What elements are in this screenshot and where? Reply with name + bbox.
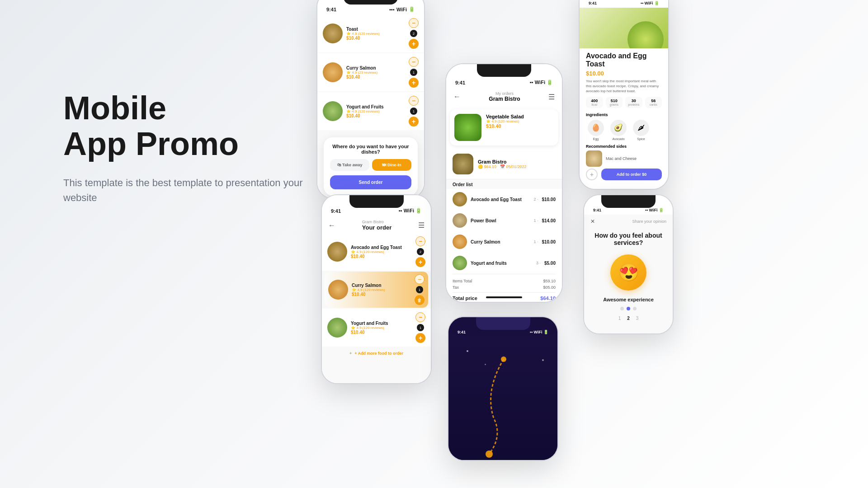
phone-item-detail: 9:41 ▪▪ WiFi 🔋 Avocado and Egg Toast $10… [579,0,669,190]
restaurant-title: Gram Bistro [489,96,520,102]
decrease-qty-button[interactable]: − [409,96,419,106]
restaurant-name: Gram Bistro [478,159,527,164]
food-item-toast: Toast ⭐ 4.9 (120 reviews) $10.40 − 2 + [317,14,424,52]
increase-button[interactable]: + [415,333,425,343]
phone-my-orders: 9:41 ▪▪ WiFi 🔋 ← My orders Gram Bistro ☰… [445,63,563,303]
food-item-curry: Curry Salmon ⭐ 4.9 (23 reviews) $10.40 −… [317,53,424,91]
restaurant-meta: 🟡 $64.10 📅 05/01/2022 [478,164,527,169]
menu-icon[interactable]: ☰ [548,93,555,101]
decrease-qty-button[interactable]: − [409,57,419,67]
nutrition-carbs: 56 carbs [645,97,662,108]
food-rating: ⭐ 4.9 (120 reviews) [352,288,411,292]
add-more-icon: + [349,351,352,356]
emoji-face: 😍 [610,254,646,291]
recommended-label: Recommended sides [580,142,668,150]
recommended-item-image [586,150,602,167]
food-rating: ⭐ 4.9 (23 reviews) [346,70,405,75]
dinein-option[interactable]: 🍽 Dine-In [372,159,411,171]
menu-icon[interactable]: ☰ [418,221,425,230]
ingredient-spice-icon: 🌶 [633,120,649,136]
decrease-qty-button[interactable]: − [409,18,419,28]
food-image-curry [323,62,343,82]
nutrition-grams: 510 grams [606,97,623,108]
page-3: 3 [636,316,639,321]
send-order-button[interactable]: Send order [330,175,411,189]
tax-label: Tax [453,285,459,290]
food-price: $10.40 [351,330,412,335]
hero-panel: Mobile App Promo This template is the be… [63,90,312,205]
ingredients-row: 🥚 Egg 🥑 Avocado 🌶 Spice [586,120,662,141]
food-item-yogurt: Yogurt and Fruits ⭐ 4.9 (120 reviews) $1… [317,92,424,130]
grams-value: 510 [607,99,622,103]
delete-button[interactable]: 🗑 [415,295,425,305]
quantity: 1 [417,324,424,331]
item-description: You won't skip the most important meal w… [580,79,668,94]
takeaway-option[interactable]: 🛍 Take away [330,159,369,171]
tax-value: $05.00 [543,285,556,290]
page-numbers: 1 2 3 [584,313,673,324]
page-2: 2 [627,316,630,321]
page-1: 1 [618,316,621,321]
order-price: $10.00 [542,197,556,202]
add-more-food[interactable]: + + Add more food to order [322,347,431,359]
food-price: $10.40 [346,36,405,41]
quantity-badge: 1 [410,69,417,76]
salad-card: Vegetable Salad ⭐ 4.9 (120 reviews) $10.… [450,109,558,145]
svg-point-0 [501,357,506,362]
home-indicator [486,296,522,298]
nutrition-kcal: 400 kcal [586,97,603,108]
items-total-row: Items Total $59.10 [453,278,556,284]
total-value: $64.10 [540,296,556,301]
decrease-button[interactable]: − [415,312,425,322]
order-item-avocado: Avocado and Egg Toast ⭐ 4.9 (120 reviews… [322,233,431,271]
quantity-decrease-button[interactable]: + [586,169,598,180]
order-list-header: Order list [446,179,562,189]
salad-price: $10.40 [486,123,554,129]
total-label: Total price [453,296,477,301]
dot-1 [620,307,624,310]
order-qty: 2 · [533,197,538,202]
order-icon [453,256,467,270]
order-options: 🛍 Take away 🍽 Dine-In [330,159,411,171]
food-name: Curry Salmon [352,283,411,288]
order-item-name: Avocado and Egg Toast [471,197,530,202]
dot-3 [633,307,637,310]
close-button[interactable]: ✕ [590,218,595,225]
food-name: Toast [346,27,405,32]
nutrition-proteins: 30 proteins [625,97,642,108]
order-item-name: Curry Salmon [471,239,530,244]
order-price: $10.00 [542,239,556,244]
kcal-label: kcal [587,103,602,106]
increase-qty-button[interactable]: + [409,78,419,88]
food-image [328,280,348,300]
increase-button[interactable]: + [415,257,425,267]
restaurant-image [453,154,473,174]
order-icon [453,213,467,228]
back-button[interactable]: ← [453,93,461,101]
review-header: ✕ Share your opinion [584,215,673,228]
awesome-text: Awesome experience [584,295,673,304]
my-orders-nav: ← My orders Gram Bistro ☰ [446,88,562,106]
quantity: 2 [417,248,424,255]
food-rating: ⭐ 4.9 (120 reviews) [351,326,412,330]
add-to-order-button[interactable]: Add to order $0 [601,169,662,180]
ingredients-section: Ingredients 🥚 Egg 🥑 Avocado 🌶 Spice [580,111,668,142]
grams-label: grams [607,103,622,106]
decrease-button[interactable]: − [415,236,425,246]
decrease-button[interactable]: − [415,274,425,284]
recommended-item-name: Mac and Cheese [606,156,637,161]
proteins-label: proteins [626,103,642,106]
hero-subtitle: This template is the best template to pr… [63,175,312,205]
phone-review: 9:41 ▪▪ WiFi 🔋 ✕ Share your opinion How … [583,194,674,334]
food-image-yogurt [323,101,343,121]
increase-qty-button[interactable]: + [409,117,419,127]
phone-your-order: 9:41 ▪▪ WiFi 🔋 ← Gram Bistro Your order … [321,194,432,384]
hero-title: Mobile App Promo [63,90,312,162]
items-total-value: $59.10 [543,279,556,283]
restaurant-card: Gram Bistro 🟡 $64.10 📅 05/01/2022 [446,149,562,179]
back-button[interactable]: ← [328,221,335,230]
food-name: Curry Salmon [346,66,405,70]
my-orders-label: My orders [489,91,520,96]
increase-qty-button[interactable]: + [409,39,419,49]
your-order-title: Your order [362,224,392,231]
